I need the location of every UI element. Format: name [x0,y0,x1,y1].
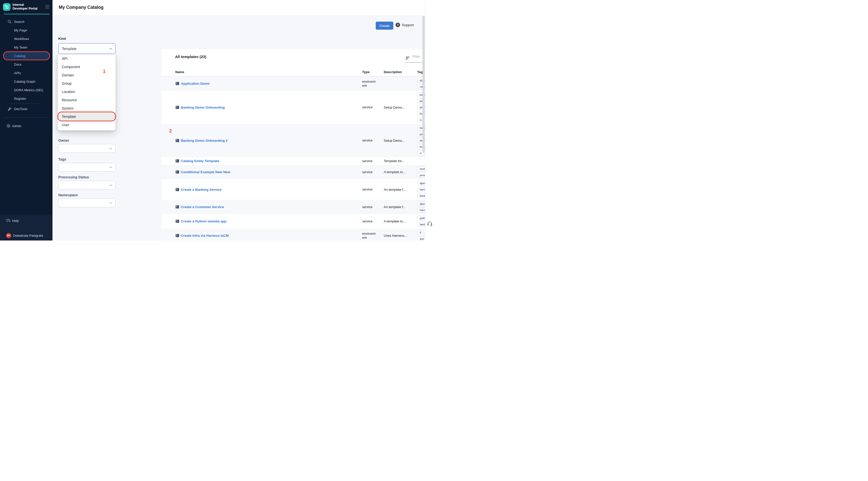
table-body: Application Demo environment dynamiccata… [161,77,434,241]
template-link-create-a-python-lambda-app[interactable]: Create a Python lambda app [181,219,226,223]
sidebar-item-help[interactable]: ? Help [0,217,53,224]
kind-dropdown-option-system[interactable]: System [58,104,116,112]
kind-select-value: Template [62,47,76,51]
right-gutter [425,0,434,241]
kind-select[interactable]: Template [58,43,116,54]
table-row: Create a Python lambda app service A tem… [161,214,434,229]
sidebar-item-my-page[interactable]: My Page [0,26,53,34]
cell-name: Create a Customer Service [175,205,362,209]
sidebar-item-workflows[interactable]: Workflows [0,34,53,43]
filter-label: Tags [58,157,116,161]
sidebar-item-search[interactable]: Search [0,17,53,26]
template-icon [175,139,179,143]
template-link-create-a-customer-service[interactable]: Create a Customer Service [181,205,224,209]
kind-filter-label: Kind [58,37,66,40]
table-row: Create a Banking Service service An temp… [161,179,434,200]
table-row: Catalog Entity Template service Template… [161,157,434,165]
processing-status-select[interactable] [58,181,116,189]
kind-dropdown-option-domain[interactable]: Domain [58,71,116,79]
page-header: My Company Catalog [53,0,434,16]
kind-dropdown-option-user[interactable]: User [58,121,116,129]
sidebar-item-label: Docs [14,63,22,66]
cell-name: Banking Demo Onboarding [175,106,362,109]
template-icon [175,188,179,191]
kind-dropdown-option-group[interactable]: Group [58,79,116,87]
wrench-icon [7,107,11,111]
cell-type: service [362,205,384,209]
cell-description: Setup Demo... [384,106,417,109]
main-content: Create ? Support Kind Template APICompon… [53,16,425,241]
user-avatar: DP [6,233,11,238]
kind-dropdown-option-component[interactable]: Component [58,63,116,71]
filter-group-owner: Owner [58,139,116,153]
sidebar-item-register[interactable]: Register [0,94,53,103]
template-link-conditional-example-new-new[interactable]: Conditional Example New New [181,170,230,174]
sidebar-item-docs[interactable]: Docs [0,60,53,69]
template-link-catalog-entity-template[interactable]: Catalog Entity Template [181,159,219,163]
sidebar-admin-section: Admin [0,122,53,130]
sidebar-item-label: Catalog Graph [14,80,35,84]
help-chat-icon: ? [6,219,10,223]
cell-type: service [362,219,384,223]
support-label: Support [402,23,414,27]
cell-name: Catalog Entity Template [175,159,362,163]
table-row: Application Demo environment dynamiccata… [161,77,434,91]
sidebar-item-dora-metrics-sei[interactable]: DORA Metrics (SEI) [0,86,53,94]
template-link-create-infra-via-harness-iacm[interactable]: Create Infra via Harness IaCM [181,234,229,238]
column-header-name: Name [175,70,362,74]
app-logo-icon [3,3,10,11]
cell-name: Create Infra via Harness IaCM [175,234,362,238]
tag-chip-tf: tf [417,230,424,235]
templates-card: All templates (23) Name Type Description… [161,49,434,241]
sidebar-item-devtools[interactable]: DevTools [0,104,53,113]
sidebar-item-label: Search [14,20,24,24]
sidebar-item-label: Catalog [14,54,25,58]
sidebar-divider [11,103,40,104]
app-title: Internal Developer Portal [12,3,39,10]
sidebar-item-label: DORA Metrics (SEI) [14,88,43,92]
sidebar-item-label: Register [14,97,26,100]
template-link-create-a-banking-service[interactable]: Create a Banking Service [181,188,221,191]
owner-select[interactable] [58,144,116,153]
headset-support-icon[interactable] [427,221,433,227]
cell-name: Create a Python lambda app [175,219,362,223]
sidebar-item-catalog-graph[interactable]: Catalog Graph [0,77,53,86]
template-link-application-demo[interactable]: Application Demo [181,82,210,85]
sidebar-item-my-team[interactable]: My Team [0,43,53,52]
sidebar-item-apis[interactable]: APIs [0,69,53,77]
filter-group-tags: Tags [58,157,116,172]
cell-type: environment [362,232,384,240]
cell-description: An template f... [384,188,417,191]
template-icon [175,106,179,109]
cell-name: Application Demo [175,82,362,85]
create-button[interactable]: Create [376,22,393,30]
sidebar-item-admin[interactable]: Admin [0,122,53,130]
kind-dropdown-menu: APIComponentDomainGroupLocationResourceS… [58,54,116,130]
support-button[interactable]: ? Support [396,23,414,27]
kind-dropdown-option-resource[interactable]: Resource [58,96,116,104]
sidebar-user[interactable]: DP Debabrata Panigrahi [0,232,53,239]
table-row: Conditional Example New New service A te… [161,165,434,179]
kind-dropdown-option-location[interactable]: Location [58,87,116,96]
table-row: Create Infra via Harness IaCM environmen… [161,229,434,241]
tags-select[interactable] [58,163,116,172]
kind-dropdown-option-api[interactable]: API [58,54,116,63]
apps-grid-icon[interactable] [45,5,50,9]
namespace-select[interactable] [58,199,116,207]
cell-description: A template to... [384,170,417,174]
sidebar-item-catalog[interactable]: Catalog [4,52,49,60]
annotation-step-2: 2 [169,128,172,134]
sidebar-item-label: APIs [14,71,21,75]
template-icon [175,219,179,223]
cell-type: service [362,187,384,191]
kind-dropdown-option-template[interactable]: Template [58,112,115,121]
template-link-banking-demo-onboarding-2[interactable]: Banking Demo Onboarding 2 [181,139,227,143]
template-icon [175,170,179,174]
chevron-down-icon [109,183,113,187]
page-scrollbar[interactable] [423,16,425,153]
sidebar-bottom: ? Help DP Debabrata Panigrahi [0,215,53,241]
column-header-description: Description [384,70,417,74]
sidebar-item-label: Admin [12,124,21,128]
template-link-banking-demo-onboarding[interactable]: Banking Demo Onboarding [181,106,225,109]
sidebar-nav: SearchMy PageWorkflowsMy TeamCatalogDocs… [0,17,53,113]
